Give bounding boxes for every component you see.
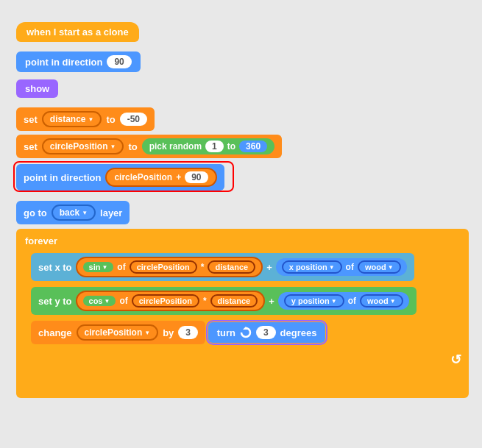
pick-random-from: 1 <box>205 141 224 152</box>
setx-label: set x to <box>38 262 72 273</box>
circlepos-var: circlePosition <box>114 172 172 182</box>
cos-dropdown[interactable]: cos ▼ <box>83 296 116 306</box>
turn-value: 3 <box>256 326 276 339</box>
turn-block-container: turn 3 degrees <box>208 322 326 343</box>
sety-label: set y to <box>38 296 72 307</box>
show-label: show <box>25 83 49 94</box>
circlepos-oval-x: circlePosition <box>130 260 197 274</box>
circlepos-plus-oval: circlePosition + 90 <box>105 168 216 187</box>
point-direction-1-label: point in direction <box>25 57 102 68</box>
distance-value: -50 <box>120 113 147 126</box>
wood-dropdown-x[interactable]: wood ▼ <box>358 260 401 274</box>
plus-label: + <box>176 172 181 182</box>
ypos-dropdown[interactable]: y position ▼ <box>284 294 344 307</box>
sin-expr: sin ▼ of circlePosition * distance <box>76 257 263 277</box>
by-label: by <box>163 327 174 338</box>
set-x-block[interactable]: set x to sin ▼ of circlePosition * dista… <box>31 253 414 281</box>
distance-oval-x: distance <box>208 260 255 274</box>
layer-label: layer <box>100 207 122 218</box>
set-label2: set <box>24 141 38 152</box>
circlepos-dropdown2[interactable]: circlePosition ▼ <box>77 324 159 341</box>
xpos-dropdown[interactable]: x position ▼ <box>282 260 342 274</box>
forever-label: forever <box>16 232 469 249</box>
forever-block[interactable]: forever set x to sin ▼ of circlePosition <box>16 229 469 398</box>
to-label2: to <box>128 141 137 152</box>
turn-label: turn <box>217 327 235 338</box>
distance-dropdown[interactable]: distance ▼ <box>42 111 102 127</box>
goto-block[interactable]: go to back ▼ layer <box>16 201 130 224</box>
set-circlepos-block[interactable]: set circlePosition ▼ to pick random 1 to… <box>16 135 282 158</box>
change-value: 3 <box>178 326 198 339</box>
value-90: 90 <box>185 171 208 183</box>
pick-random-to: 360 <box>239 141 267 152</box>
wood-dropdown-y[interactable]: wood ▼ <box>360 294 403 307</box>
circlepos-dropdown[interactable]: circlePosition ▼ <box>42 138 124 154</box>
xpos-wood-oval: x position ▼ of wood ▼ <box>276 258 407 276</box>
ypos-wood-oval: y position ▼ of wood ▼ <box>278 292 409 310</box>
point-direction-2-block[interactable]: point in direction circlePosition + 90 <box>16 164 224 191</box>
to-label3: to <box>227 141 235 152</box>
show-block[interactable]: show <box>16 79 58 98</box>
circlepos-oval-y: circlePosition <box>132 294 199 307</box>
pick-random-label: pick random <box>149 141 202 152</box>
set-distance-block[interactable]: set distance ▼ to -50 <box>16 107 155 131</box>
hat-block-label: when I start as a clone <box>26 26 129 38</box>
canvas: when I start as a clone point in directi… <box>0 0 482 448</box>
to-label: to <box>106 114 115 125</box>
distance-oval-y: distance <box>210 294 258 307</box>
change-label: change <box>38 327 72 338</box>
back-dropdown[interactable]: back ▼ <box>52 205 96 221</box>
point-direction-1-value: 90 <box>107 55 131 68</box>
goto-label: go to <box>24 207 47 218</box>
turn-clockwise-icon <box>240 327 252 338</box>
pick-random-block[interactable]: pick random 1 to 360 <box>142 138 274 154</box>
sin-dropdown[interactable]: sin ▼ <box>83 262 114 272</box>
change-circlepos-block[interactable]: change circlePosition ▼ by 3 <box>31 321 205 344</box>
repeat-arrow: ↺ <box>16 350 469 371</box>
cos-expr: cos ▼ of circlePosition * distance <box>76 291 266 311</box>
hat-block[interactable]: when I start as a clone <box>16 22 139 42</box>
point-direction-1-block[interactable]: point in direction 90 <box>16 51 141 72</box>
set-label: set <box>24 114 38 125</box>
point-direction-2-label: point in direction <box>24 172 101 183</box>
set-y-block[interactable]: set y to cos ▼ of circlePosition * dista… <box>31 287 417 315</box>
degrees-label: degrees <box>280 327 317 338</box>
turn-block[interactable]: turn 3 degrees <box>208 322 326 343</box>
